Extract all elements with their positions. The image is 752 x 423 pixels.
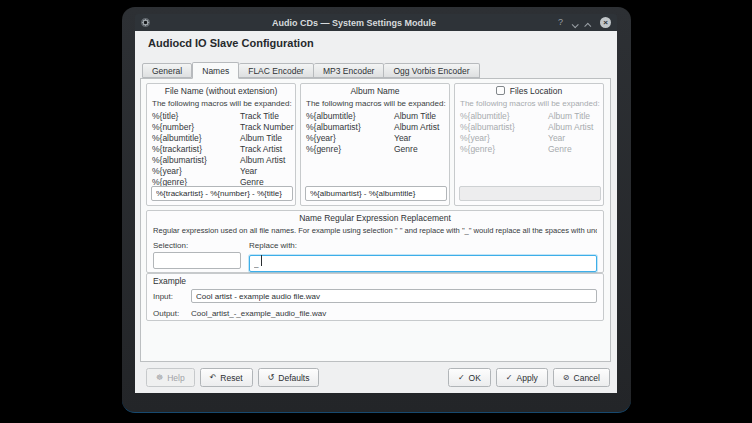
macro-list: %{title}Track Title %{number}Track Numbe…	[152, 111, 290, 188]
replace-with-label: Replace with:	[249, 241, 297, 250]
example-input-label: Input:	[153, 292, 173, 301]
tab-bar: General Names FLAC Encoder MP3 Encoder O…	[142, 61, 480, 78]
footer-left-buttons: ☸Help ↶Reset ↺Defaults	[146, 368, 319, 387]
macro-row: %{year}Year	[460, 133, 598, 144]
macro-row: %{number}Track Number	[152, 122, 290, 133]
tab-names[interactable]: Names	[192, 62, 239, 79]
macro-row: %{albumartist}Album Artist	[460, 122, 598, 133]
reset-icon: ↶	[210, 374, 217, 382]
macro-row: %{albumtitle}Album Title	[152, 133, 290, 144]
reset-button[interactable]: ↶Reset	[200, 368, 253, 387]
tab-mp3-encoder[interactable]: MP3 Encoder	[314, 63, 385, 78]
check-icon: ✓	[506, 374, 513, 382]
example-group: Example Input: Output: Cool_artist_-_exa…	[146, 273, 604, 321]
replace-with-input[interactable]	[249, 255, 597, 272]
selection-label: Selection:	[153, 241, 188, 250]
titlebar[interactable]: Audio CDs — System Settings Module ? ×	[135, 14, 617, 31]
window-title: Audio CDs — System Settings Module	[150, 18, 558, 28]
tab-ogg-vorbis-encoder[interactable]: Ogg Vorbis Encoder	[384, 63, 479, 78]
macro-row: %{genre}Genre	[306, 144, 444, 155]
group-title: Files Location	[455, 86, 603, 96]
defaults-icon: ↺	[268, 374, 275, 382]
macro-row: %{year}Year	[306, 133, 444, 144]
macro-row: %{trackartist}Track Artist	[152, 144, 290, 155]
macro-hint: The following macros will be expanded:	[306, 99, 446, 108]
files-location-checkbox[interactable]	[496, 86, 505, 95]
replace-with-field	[249, 252, 597, 269]
help-button[interactable]: ☸Help	[146, 368, 195, 387]
file-name-pattern-input[interactable]	[151, 186, 293, 201]
group-title: Example	[153, 276, 603, 286]
unshade-button[interactable]	[586, 14, 591, 32]
macro-row: %{albumartist}Album Artist	[306, 122, 444, 133]
shade-button[interactable]	[572, 14, 577, 32]
macro-row: %{albumartist}Album Artist	[152, 155, 290, 166]
tab-pane: File Name (without extension) The follow…	[140, 78, 611, 362]
macro-row: %{albumtitle}Album Title	[460, 111, 598, 122]
regex-description: Regular expression used on all file name…	[153, 226, 597, 235]
group-title: Name Regular Expression Replacement	[147, 213, 603, 223]
window-frame: Audio CDs — System Settings Module ? × A…	[122, 7, 631, 413]
tab-flac-encoder[interactable]: FLAC Encoder	[239, 63, 314, 78]
ok-button[interactable]: ✓OK	[448, 368, 491, 387]
settings-window: Audio CDs — System Settings Module ? × A…	[135, 14, 617, 393]
macro-row: %{year}Year	[152, 166, 290, 177]
group-title: File Name (without extension)	[147, 86, 295, 96]
titlebar-controls: ? ×	[558, 14, 611, 32]
close-button[interactable]: ×	[600, 17, 611, 28]
chevron-up-icon	[584, 22, 591, 29]
regex-replacement-group: Name Regular Expression Replacement Regu…	[146, 210, 604, 273]
window-content: Audiocd IO Slave Configuration General N…	[135, 31, 617, 393]
files-location-group: Files Location The following macros will…	[454, 83, 604, 206]
help-icon: ☸	[156, 374, 163, 382]
example-input[interactable]	[191, 289, 597, 303]
cancel-icon: ⊘	[563, 374, 570, 382]
example-output-value: Cool_artist_-_example_audio_file.wav	[191, 309, 326, 318]
footer-right-buttons: ✓OK ✓Apply ⊘Cancel	[448, 368, 610, 387]
album-name-group: Album Name The following macros will be …	[300, 83, 450, 206]
audio-cd-icon	[141, 18, 150, 27]
tab-general[interactable]: General	[142, 63, 192, 78]
chevron-down-icon	[572, 21, 579, 28]
macro-hint: The following macros will be expanded:	[152, 99, 292, 108]
macro-row: %{albumtitle}Album Title	[306, 111, 444, 122]
page-title: Audiocd IO Slave Configuration	[148, 37, 314, 49]
file-name-group: File Name (without extension) The follow…	[146, 83, 296, 206]
macro-row: %{genre}Genre	[460, 144, 598, 155]
album-name-pattern-input[interactable]	[305, 186, 447, 201]
files-location-pattern-input	[459, 186, 601, 201]
macro-list: %{albumtitle}Album Title %{albumartist}A…	[460, 111, 598, 155]
macro-list: %{albumtitle}Album Title %{albumartist}A…	[306, 111, 444, 155]
macro-row: %{title}Track Title	[152, 111, 290, 122]
titlebar-help-button[interactable]: ?	[558, 17, 563, 28]
macro-hint: The following macros will be expanded:	[460, 99, 600, 108]
cancel-button[interactable]: ⊘Cancel	[553, 368, 610, 387]
group-title: Album Name	[301, 86, 449, 96]
text-cursor	[261, 255, 262, 266]
check-icon: ✓	[458, 374, 465, 382]
apply-button[interactable]: ✓Apply	[496, 368, 548, 387]
example-output-label: Output:	[153, 309, 179, 318]
close-icon: ×	[603, 18, 608, 27]
selection-input[interactable]	[153, 252, 241, 269]
defaults-button[interactable]: ↺Defaults	[258, 368, 320, 387]
